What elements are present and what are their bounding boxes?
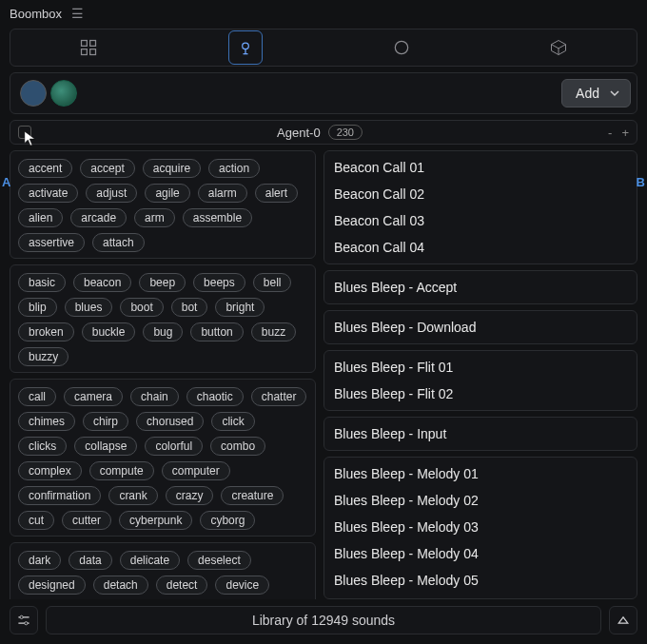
- tag[interactable]: activate: [18, 184, 78, 203]
- tag[interactable]: blues: [65, 298, 113, 317]
- tag[interactable]: device: [215, 576, 269, 595]
- results-column: Beacon Call 01Beacon Call 02Beacon Call …: [324, 150, 637, 599]
- tag[interactable]: attach: [92, 233, 145, 252]
- svg-rect-0: [82, 41, 88, 47]
- select-all-checkbox[interactable]: [18, 126, 31, 139]
- plus-button[interactable]: +: [621, 126, 629, 140]
- tag[interactable]: alarm: [198, 184, 247, 203]
- tag[interactable]: data: [69, 551, 111, 570]
- tag[interactable]: beep: [139, 273, 186, 292]
- result-item[interactable]: Blues Bleep - Input: [334, 423, 627, 444]
- svg-rect-3: [90, 49, 96, 55]
- tag[interactable]: chimes: [18, 412, 75, 431]
- tag[interactable]: compute: [89, 461, 154, 480]
- result-item[interactable]: Blues Bleep - Melody 01: [334, 463, 627, 484]
- result-item[interactable]: Beacon Call 02: [334, 184, 627, 205]
- tag[interactable]: creature: [221, 486, 284, 505]
- result-item[interactable]: Beacon Call 04: [334, 237, 627, 258]
- tag[interactable]: assertive: [18, 233, 85, 252]
- tag[interactable]: bell: [253, 273, 292, 292]
- tag[interactable]: arcade: [70, 208, 127, 227]
- tag[interactable]: crazy: [166, 486, 214, 505]
- tag[interactable]: collapse: [74, 437, 137, 456]
- tag[interactable]: chaotic: [186, 387, 244, 406]
- result-group: Blues Bleep - Input: [324, 417, 637, 451]
- result-group: Blues Bleep - Download: [324, 310, 637, 344]
- result-item[interactable]: Blues Bleep - Melody 06: [334, 596, 627, 599]
- tag[interactable]: click: [211, 412, 254, 431]
- result-item[interactable]: Blues Bleep - Flit 01: [334, 357, 627, 378]
- tag[interactable]: colorful: [145, 437, 203, 456]
- tag[interactable]: chorused: [136, 412, 204, 431]
- settings-sliders-button[interactable]: [10, 606, 38, 634]
- tag[interactable]: accept: [80, 159, 134, 178]
- tag[interactable]: accent: [18, 159, 72, 178]
- hamburger-icon[interactable]: ☰: [71, 6, 84, 21]
- tag[interactable]: chatter: [251, 387, 307, 406]
- result-item[interactable]: Beacon Call 01: [334, 157, 627, 178]
- nav-spinner[interactable]: [382, 29, 421, 67]
- add-button[interactable]: Add: [561, 79, 631, 107]
- tag[interactable]: delicate: [120, 551, 180, 570]
- tag[interactable]: alien: [18, 208, 63, 227]
- tag[interactable]: complex: [18, 461, 82, 480]
- tag[interactable]: broken: [18, 322, 74, 342]
- tag[interactable]: buzzy: [18, 347, 69, 366]
- result-item[interactable]: Blues Bleep - Melody 05: [334, 570, 627, 591]
- tag[interactable]: confirmation: [18, 486, 101, 505]
- tag[interactable]: bright: [215, 298, 265, 317]
- tag[interactable]: detach: [93, 576, 148, 595]
- tag[interactable]: blip: [18, 298, 57, 317]
- nav-package[interactable]: [539, 29, 578, 67]
- result-item[interactable]: Blues Bleep - Accept: [334, 277, 627, 298]
- tag[interactable]: button: [190, 322, 243, 342]
- tag[interactable]: action: [208, 159, 260, 178]
- tag[interactable]: dark: [18, 551, 61, 570]
- result-item[interactable]: Blues Bleep - Download: [334, 317, 627, 338]
- nav-grid[interactable]: [69, 29, 108, 67]
- tag[interactable]: assemble: [183, 208, 252, 227]
- tag[interactable]: boot: [120, 298, 163, 317]
- minus-button[interactable]: -: [608, 126, 612, 140]
- tag[interactable]: acquire: [143, 159, 201, 178]
- triangle-up-icon: [616, 613, 631, 628]
- tag[interactable]: cut: [18, 511, 54, 530]
- tag[interactable]: bot: [171, 298, 208, 317]
- avatar[interactable]: [20, 80, 47, 107]
- tag[interactable]: chirp: [83, 412, 128, 431]
- tag[interactable]: combo: [210, 437, 265, 456]
- tag[interactable]: call: [18, 387, 56, 406]
- result-item[interactable]: Beacon Call 03: [334, 210, 627, 231]
- tag[interactable]: bug: [143, 322, 183, 342]
- tag[interactable]: chain: [130, 387, 179, 406]
- result-item[interactable]: Blues Bleep - Melody 02: [334, 490, 627, 511]
- tag[interactable]: deselect: [187, 551, 251, 570]
- nav-search[interactable]: [226, 29, 265, 67]
- tag[interactable]: computer: [162, 461, 230, 480]
- tag[interactable]: crank: [108, 486, 157, 505]
- tag[interactable]: beeps: [193, 273, 245, 292]
- tag[interactable]: basic: [18, 273, 66, 292]
- tag[interactable]: buckle: [82, 322, 136, 342]
- tag[interactable]: agile: [145, 184, 189, 203]
- result-item[interactable]: Blues Bleep - Melody 04: [334, 543, 627, 564]
- tag[interactable]: camera: [64, 387, 123, 406]
- agent-name: Agent-0: [277, 126, 321, 140]
- collapse-up-button[interactable]: [609, 606, 637, 634]
- result-item[interactable]: Blues Bleep - Flit 02: [334, 383, 627, 404]
- tag[interactable]: cutter: [62, 511, 111, 530]
- tag[interactable]: beacon: [73, 273, 131, 292]
- tag[interactable]: clicks: [18, 437, 67, 456]
- result-item[interactable]: Blues Bleep - Melody 03: [334, 517, 627, 537]
- tag[interactable]: cyborg: [200, 511, 255, 530]
- tag[interactable]: buzz: [251, 322, 296, 342]
- avatar[interactable]: [50, 80, 77, 107]
- tag[interactable]: adjust: [86, 184, 137, 203]
- chevron-down-icon: [609, 88, 620, 99]
- tag[interactable]: arm: [134, 208, 175, 227]
- tag[interactable]: alert: [255, 184, 298, 203]
- status-text: Library of 12949 sounds: [252, 613, 395, 628]
- tag[interactable]: designed: [18, 576, 86, 595]
- tag[interactable]: cyberpunk: [119, 511, 192, 530]
- tag[interactable]: detect: [156, 576, 208, 595]
